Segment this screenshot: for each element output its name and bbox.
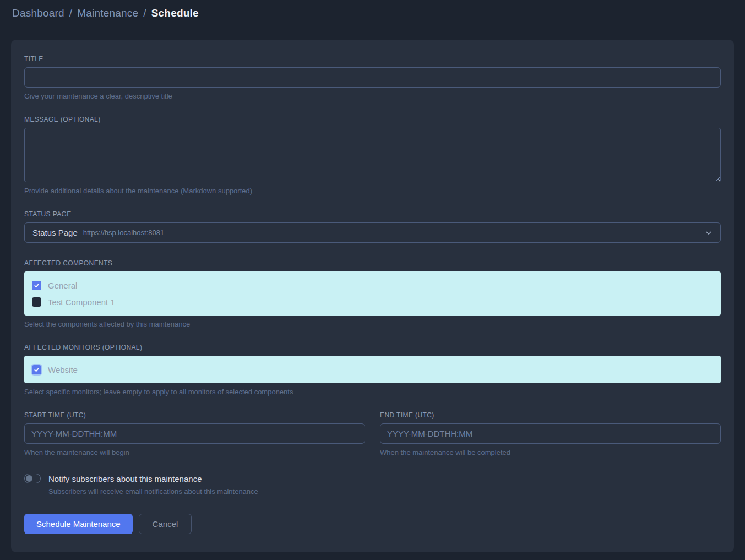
notify-subscribers-label[interactable]: Notify subscribers about this maintenanc… <box>48 474 202 483</box>
notify-subscribers-toggle[interactable] <box>24 474 41 483</box>
breadcrumb-item-schedule: Schedule <box>151 7 199 19</box>
end-time-field-group: END TIME (UTC) When the maintenance will… <box>380 411 721 457</box>
title-helper-text: Give your maintenance a clear, descripti… <box>24 92 721 101</box>
affected-components-group: AFFECTED COMPONENTS GeneralTest Componen… <box>24 259 721 329</box>
start-time-input[interactable] <box>24 423 365 444</box>
affected-components-helper-text: Select the components affected by this m… <box>24 320 721 329</box>
status-page-select[interactable]: Status Page https://hsp.localhost:8081 <box>24 222 721 243</box>
affected-components-panel: GeneralTest Component 1 <box>24 271 721 316</box>
message-textarea[interactable] <box>24 128 721 182</box>
option-row-general[interactable]: General <box>32 279 713 292</box>
notify-subscribers-group: Notify subscribers about this maintenanc… <box>24 474 721 496</box>
message-field-group: MESSAGE (OPTIONAL) Provide additional de… <box>24 116 721 195</box>
end-time-input[interactable] <box>380 423 721 444</box>
start-time-field-group: START TIME (UTC) When the maintenance wi… <box>24 411 365 457</box>
affected-components-label: AFFECTED COMPONENTS <box>24 259 721 267</box>
option-row-test-component-1[interactable]: Test Component 1 <box>32 295 713 308</box>
title-input[interactable] <box>24 67 721 88</box>
affected-monitors-group: AFFECTED MONITORS (OPTIONAL) Website Sel… <box>24 344 721 396</box>
title-label: TITLE <box>24 55 721 63</box>
chevron-down-icon <box>705 229 713 237</box>
breadcrumb-separator: / <box>69 7 72 19</box>
status-page-field-group: STATUS PAGE Status Page https://hsp.loca… <box>24 210 721 243</box>
affected-monitors-panel: Website <box>24 356 721 383</box>
option-label: General <box>48 281 77 290</box>
start-time-label: START TIME (UTC) <box>24 411 365 419</box>
option-label: Website <box>48 365 78 374</box>
status-page-selected-name: Status Page <box>32 228 78 237</box>
breadcrumb-separator: / <box>143 7 146 19</box>
status-page-selected-url: https://hsp.localhost:8081 <box>83 229 164 237</box>
status-page-label: STATUS PAGE <box>24 210 721 218</box>
form-actions: Schedule Maintenance Cancel <box>24 514 721 534</box>
schedule-maintenance-form-card: TITLE Give your maintenance a clear, des… <box>11 40 734 552</box>
cancel-button[interactable]: Cancel <box>139 514 192 534</box>
notify-subscribers-helper-text: Subscribers will receive email notificat… <box>48 487 721 496</box>
title-field-group: TITLE Give your maintenance a clear, des… <box>24 55 721 101</box>
toggle-knob <box>26 475 32 482</box>
affected-monitors-label: AFFECTED MONITORS (OPTIONAL) <box>24 344 721 351</box>
checkbox-unchecked-icon[interactable] <box>32 297 41 307</box>
end-time-helper-text: When the maintenance will be completed <box>380 448 721 457</box>
breadcrumb: Dashboard/Maintenance/Schedule <box>12 7 733 19</box>
checkbox-checked-icon[interactable] <box>32 365 41 374</box>
schedule-maintenance-button[interactable]: Schedule Maintenance <box>24 514 133 534</box>
breadcrumb-item-maintenance[interactable]: Maintenance <box>77 7 138 19</box>
option-row-website[interactable]: Website <box>32 363 713 376</box>
checkbox-checked-icon[interactable] <box>32 281 41 290</box>
end-time-label: END TIME (UTC) <box>380 411 721 419</box>
message-helper-text: Provide additional details about the mai… <box>24 187 721 195</box>
start-time-helper-text: When the maintenance will begin <box>24 448 365 457</box>
time-fields-grid: START TIME (UTC) When the maintenance wi… <box>24 411 721 457</box>
option-label: Test Component 1 <box>48 297 115 307</box>
message-label: MESSAGE (OPTIONAL) <box>24 116 721 123</box>
affected-monitors-helper-text: Select specific monitors; leave empty to… <box>24 388 721 396</box>
top-bar: Dashboard/Maintenance/Schedule <box>0 0 745 28</box>
breadcrumb-item-dashboard[interactable]: Dashboard <box>12 7 64 19</box>
